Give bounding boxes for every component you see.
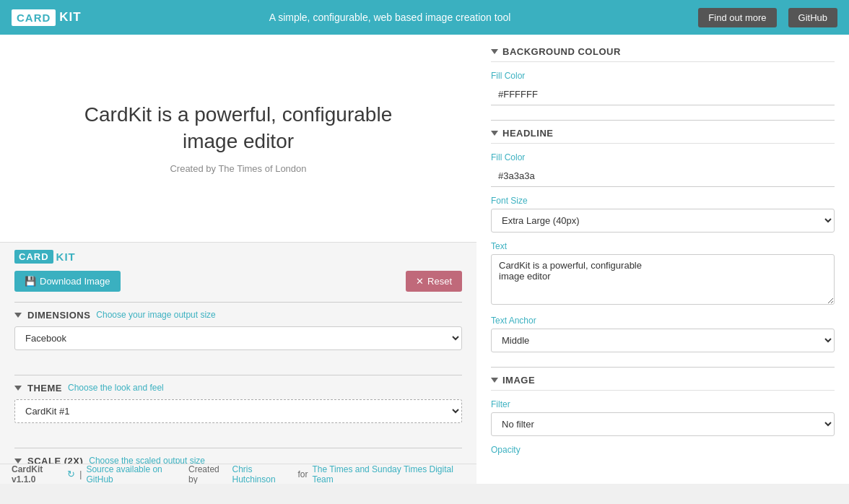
left-controls: CARD KIT 💾 Download Image ✕ Reset (0, 243, 476, 464)
headline-text-field: Text CardKit is a powerful, configurable… (491, 241, 835, 307)
image-filter-field: Filter No filter Grayscale Sepia Blur (491, 399, 835, 436)
scale-header: SCALE (2X) Choose the scaled output size (14, 456, 462, 464)
theme-hint: Choose the look and feel (68, 383, 164, 393)
dimensions-select[interactable]: Facebook Twitter Instagram Custom (14, 326, 462, 350)
download-icon: 💾 (25, 276, 36, 287)
headline-fill-color-input[interactable] (491, 165, 835, 187)
logo-kit: KIT (59, 10, 81, 25)
image-filter-label: Filter (491, 399, 835, 409)
theme-toggle-icon[interactable] (14, 386, 22, 391)
scale-title: SCALE (2X) (27, 456, 83, 464)
dimensions-header: DIMENSIONS Choose your image output size (14, 310, 462, 321)
headline-title: HEADLINE (502, 128, 553, 139)
headline-text-anchor-field: Text Anchor Start Middle End (491, 316, 835, 352)
refresh-icon: ↻ (67, 469, 75, 479)
logo-preview: CARD KIT (14, 250, 462, 264)
headline-text-label: Text (491, 241, 835, 251)
image-toggle-icon[interactable] (491, 378, 498, 383)
background-colour-title: BACKGROUND COLOUR (502, 46, 621, 57)
headline-text-input[interactable]: CardKit is a powerful, configurable imag… (491, 254, 835, 305)
dimensions-toggle-icon[interactable] (14, 313, 22, 318)
scale-hint: Choose the scaled output size (89, 456, 205, 464)
headline-header: HEADLINE (491, 128, 835, 144)
logo-preview-kit: KIT (56, 251, 76, 263)
footer: CardKit v1.1.0 ↻ | Source available on G… (0, 464, 476, 484)
theme-title: THEME (27, 383, 62, 394)
left-column: CardKit is a powerful, configurable imag… (0, 35, 476, 484)
background-colour-header: BACKGROUND COLOUR (491, 46, 835, 62)
image-opacity-field: Opacity (491, 445, 835, 455)
download-label: Download Image (40, 276, 110, 287)
version-text: CardKit v1.1.0 (12, 464, 64, 485)
source-link[interactable]: Source available on GitHub (86, 464, 184, 485)
preview-area: CardKit is a powerful, configurable imag… (0, 35, 476, 243)
divider-1 (14, 302, 462, 303)
image-title: IMAGE (502, 375, 535, 386)
headline-fill-color-label: Fill Color (491, 152, 835, 162)
reset-x-icon: ✕ (416, 276, 424, 287)
preview-subtitle: Created by The Times of London (170, 163, 306, 174)
headline-toggle-icon[interactable] (491, 131, 498, 136)
image-section: IMAGE Filter No filter Grayscale Sepia B… (491, 375, 835, 455)
footer-separator: | (79, 469, 82, 479)
divider-2 (14, 375, 462, 375)
headline-fill-color-field: Fill Color (491, 152, 835, 187)
image-opacity-label: Opacity (491, 445, 835, 455)
headline-text-anchor-select[interactable]: Start Middle End (491, 329, 835, 352)
rp-divider-1 (491, 120, 835, 121)
header-tagline: A simple, configurable, web based image … (93, 12, 687, 23)
dimensions-title: DIMENSIONS (27, 310, 90, 321)
footer-created-by: Created by (188, 464, 228, 485)
headline-font-size-select[interactable]: Small (20px) Medium (28px) Large (34px) … (491, 209, 835, 233)
headline-font-size-label: Font Size (491, 196, 835, 206)
theme-header: THEME Choose the look and feel (14, 383, 462, 394)
logo-card: CARD (12, 9, 56, 26)
action-buttons-row: 💾 Download Image ✕ Reset (14, 271, 462, 292)
rp-divider-2 (491, 367, 835, 368)
reset-label: Reset (427, 276, 452, 287)
theme-select[interactable]: CardKit #1 CardKit #2 Custom (14, 399, 462, 423)
dimensions-hint: Choose your image output size (96, 310, 215, 320)
reset-button[interactable]: ✕ Reset (406, 271, 462, 292)
divider-3 (14, 448, 462, 448)
headline-font-size-field: Font Size Small (20px) Medium (28px) Lar… (491, 196, 835, 233)
org-link[interactable]: The Times and Sunday Times Digital Team (312, 464, 465, 485)
scale-toggle-icon[interactable] (14, 459, 22, 464)
background-toggle-icon[interactable] (491, 49, 498, 54)
download-button[interactable]: 💾 Download Image (14, 271, 121, 292)
theme-section: THEME Choose the look and feel CardKit #… (14, 383, 462, 433)
image-header: IMAGE (491, 375, 835, 391)
main-layout: CardKit is a powerful, configurable imag… (0, 35, 849, 484)
footer-for-text: for (297, 469, 308, 479)
bg-fill-color-input[interactable] (491, 84, 835, 105)
image-filter-select[interactable]: No filter Grayscale Sepia Blur (491, 412, 835, 436)
github-button[interactable]: GitHub (788, 8, 837, 27)
right-panel: BACKGROUND COLOUR Fill Color HEADLINE Fi… (476, 35, 849, 484)
headline-section: HEADLINE Fill Color Font Size Small (20p… (491, 128, 835, 352)
bg-fill-color-field: Fill Color (491, 71, 835, 105)
headline-text-anchor-label: Text Anchor (491, 316, 835, 326)
find-out-more-button[interactable]: Find out more (698, 8, 776, 27)
bg-fill-color-label: Fill Color (491, 71, 835, 81)
header: CARD KIT A simple, configurable, web bas… (0, 0, 849, 35)
version-badge: CardKit v1.1.0 ↻ (12, 464, 75, 485)
preview-headline: CardKit is a powerful, configurable imag… (58, 102, 419, 155)
background-colour-section: BACKGROUND COLOUR Fill Color (491, 46, 835, 105)
logo-preview-card: CARD (14, 250, 53, 264)
dimensions-section: DIMENSIONS Choose your image output size… (14, 310, 462, 360)
author-link[interactable]: Chris Hutchinson (232, 464, 294, 485)
logo: CARD KIT (12, 9, 82, 26)
